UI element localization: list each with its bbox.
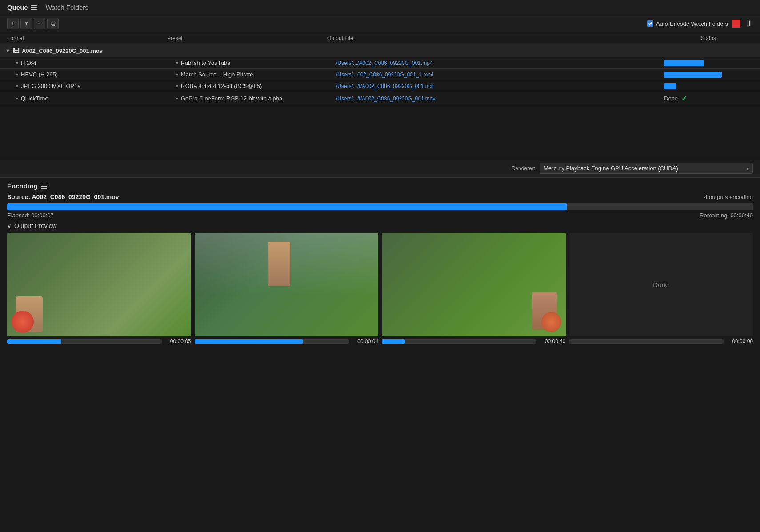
remove-button[interactable]: −: [34, 18, 45, 29]
progress-bar-1: [664, 60, 704, 66]
preview-progress-row-2: 00:00:04: [195, 338, 379, 344]
encoding-source-row: Source: A002_C086_09220G_001.mov 4 outpu…: [7, 193, 753, 200]
format-cell-2: ▾ HEVC (H.265): [16, 71, 176, 78]
preset-cell-1: ▾ Publish to YouTube: [176, 60, 336, 66]
encode-row-2[interactable]: ▾ HEVC (H.265) ▾ Match Source – High Bit…: [0, 69, 760, 80]
checkmark-4: ✓: [681, 94, 687, 103]
encoding-title: Encoding: [7, 182, 37, 190]
encode-row-1[interactable]: ▾ H.264 ▾ Publish to YouTube /Users/.../…: [0, 57, 760, 69]
preview-progress-bar-2: [195, 339, 303, 344]
format-2: HEVC (H.265): [21, 71, 58, 78]
encoding-menu-icon[interactable]: [41, 184, 47, 189]
add-output-button[interactable]: ⊞: [20, 18, 32, 29]
renderer-select[interactable]: Mercury Playback Engine GPU Acceleration…: [540, 163, 753, 174]
encoding-header: Encoding: [7, 182, 753, 190]
chevron-2[interactable]: ▾: [16, 72, 18, 77]
format-1: H.264: [21, 60, 36, 66]
preview-progress-wrap-1: [7, 339, 162, 344]
elapsed-time: Elapsed: 00:00:07: [7, 212, 54, 219]
auto-encode-label[interactable]: Auto-Encode Watch Folders: [647, 20, 728, 27]
preview-progress-bar-1: [7, 339, 61, 344]
col-preset: Preset: [167, 35, 327, 41]
preview-done-label: Done: [653, 281, 669, 288]
auto-encode-checkbox[interactable]: [647, 20, 653, 27]
preview-progress-row-4: 00:00:00: [569, 338, 753, 344]
queue-tab[interactable]: Queue: [7, 4, 37, 11]
duplicate-button[interactable]: ⧉: [47, 18, 59, 29]
format-cell-4: ▾ QuickTime: [16, 95, 176, 102]
empty-queue-area: [0, 105, 760, 159]
preview-card-2: 00:00:04: [195, 233, 379, 344]
table-header: Format Preset Output File Status: [0, 32, 760, 44]
encoding-source-name: Source: A002_C086_09220G_001.mov: [7, 193, 119, 200]
status-2: [664, 72, 753, 78]
timing-row: Elapsed: 00:00:07 Remaining: 00:00:40: [7, 212, 753, 219]
encode-row-3[interactable]: ▾ JPEG 2000 MXF OP1a ▾ RGBA 4:4:4:4 12-b…: [0, 80, 760, 92]
preview-progress-row-3: 00:00:40: [382, 338, 566, 344]
preview-thumb-3: [382, 233, 566, 336]
source-row[interactable]: ▼ 🎞 A002_C086_09220G_001.mov: [0, 44, 760, 57]
encode-row-4[interactable]: ▾ QuickTime ▾ GoPro CineForm RGB 12-bit …: [0, 92, 760, 105]
watch-folders-tab[interactable]: Watch Folders: [46, 4, 88, 11]
preset-cell-4: ▾ GoPro CineForm RGB 12-bit with alpha: [176, 95, 336, 102]
preview-progress-wrap-4: [569, 339, 724, 344]
preview-progress-wrap-2: [195, 339, 349, 344]
preview-thumb-2: [195, 233, 379, 336]
queue-label: Queue: [7, 4, 28, 11]
source-name: A002_C086_09220G_001.mov: [22, 48, 103, 54]
auto-encode-text: Auto-Encode Watch Folders: [656, 20, 728, 27]
chevron-4[interactable]: ▾: [16, 96, 18, 101]
preset-2: Match Source – High Bitrate: [181, 71, 253, 78]
output-preview-header: ∨ Output Preview: [7, 222, 753, 229]
outputs-count: 4 outputs encoding: [704, 194, 753, 200]
output-2: /Users/...002_C086_09220G_001_1.mp4: [336, 72, 664, 78]
preview-time-1: 00:00:05: [164, 338, 191, 344]
preset-chevron-2[interactable]: ▾: [176, 72, 178, 77]
pause-button[interactable]: ⏸: [745, 18, 753, 29]
status-1: [664, 60, 753, 66]
progress-bar-3: [664, 83, 676, 89]
output-4: /Users/.../t/A002_C086_09220G_001.mov: [336, 96, 664, 102]
output-preview-title: Output Preview: [14, 222, 57, 229]
col-format: Format: [7, 35, 167, 41]
output-1: /Users/.../A002_C086_09220G_001.mp4: [336, 60, 664, 66]
output-preview-chevron[interactable]: ∨: [7, 223, 12, 229]
preview-card-3: 00:00:40: [382, 233, 566, 344]
preset-chevron-3[interactable]: ▾: [176, 84, 178, 88]
add-button[interactable]: +: [7, 18, 19, 29]
preview-grid: 00:00:05 00:00:04 00:00:40: [7, 233, 753, 344]
preview-progress-wrap-3: [382, 339, 536, 344]
col-output-file: Output File: [327, 35, 664, 41]
preset-chevron-1[interactable]: ▾: [176, 60, 178, 65]
renderer-label: Renderer:: [512, 165, 535, 172]
preview-progress-row-1: 00:00:05: [7, 338, 191, 344]
output-3: /Users/.../t/A002_C086_09220G_001.mxf: [336, 83, 664, 89]
renderer-row: Renderer: Mercury Playback Engine GPU Ac…: [0, 159, 760, 177]
preset-4: GoPro CineForm RGB 12-bit with alpha: [181, 95, 282, 102]
preview-time-4: 00:00:00: [726, 338, 753, 344]
preview-time-3: 00:00:40: [539, 338, 566, 344]
preview-progress-bar-3: [382, 339, 405, 344]
source-chevron[interactable]: ▼: [5, 48, 10, 53]
format-4: QuickTime: [21, 95, 48, 102]
preset-1: Publish to YouTube: [181, 60, 231, 66]
chevron-3[interactable]: ▾: [16, 84, 18, 88]
stop-button[interactable]: [732, 20, 740, 28]
preview-card-1: 00:00:05: [7, 233, 191, 344]
source-icon: 🎞: [13, 47, 19, 54]
format-3: JPEG 2000 MXF OP1a: [21, 83, 80, 89]
main-progress-bar: [7, 203, 567, 210]
remaining-time: Remaining: 00:00:40: [700, 212, 753, 219]
done-text-4: Done: [664, 95, 678, 102]
preview-thumb-4: Done: [569, 233, 753, 336]
preset-chevron-4[interactable]: ▾: [176, 96, 178, 101]
status-3: [664, 83, 753, 89]
preview-card-4: Done 00:00:00: [569, 233, 753, 344]
preset-cell-2: ▾ Match Source – High Bitrate: [176, 71, 336, 78]
chevron-1[interactable]: ▾: [16, 60, 18, 65]
col-status: Status: [664, 35, 753, 41]
toolbar: + ⊞ − ⧉ Auto-Encode Watch Folders ⏸: [0, 15, 760, 32]
encoding-section: Encoding Source: A002_C086_09220G_001.mo…: [0, 177, 760, 349]
queue-menu-icon[interactable]: [31, 5, 37, 10]
format-cell-1: ▾ H.264: [16, 60, 176, 66]
